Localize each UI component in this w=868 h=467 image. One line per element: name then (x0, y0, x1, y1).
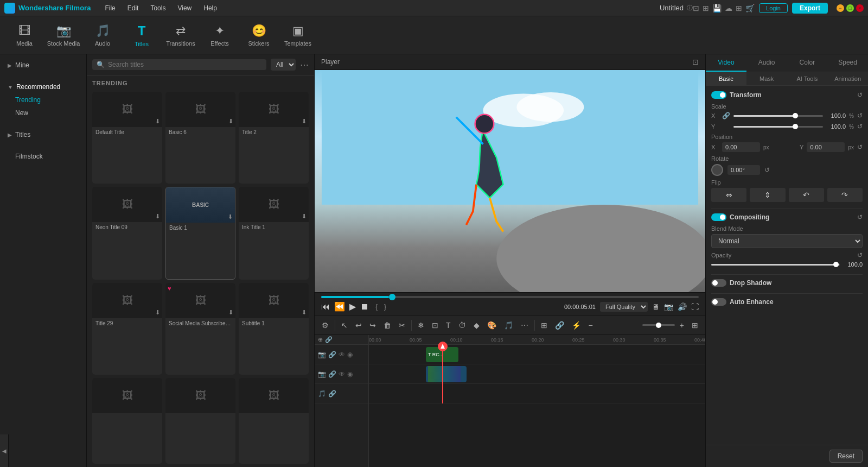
cloud-icon[interactable]: ☁ (725, 4, 732, 12)
flip-vertical-button[interactable]: ⇕ (750, 188, 785, 202)
tl-cut-icon[interactable]: ✂ (396, 319, 408, 331)
tl-cursor-icon[interactable]: ↖ (339, 319, 350, 331)
volume-icon[interactable]: 🔊 (678, 302, 687, 311)
title-card-3[interactable]: 🖼 ⬇ Title 2 (239, 92, 309, 184)
tl-cam-icon-text[interactable]: 📷 (318, 351, 326, 358)
tl-text-icon[interactable]: T (443, 319, 454, 331)
cart-icon[interactable]: 🛒 (745, 4, 755, 12)
right-subtab-animation[interactable]: Animation (827, 72, 868, 85)
tl-grid-icon[interactable]: ⊞ (689, 319, 701, 331)
rotate-reset[interactable]: ↺ (764, 166, 770, 174)
menu-view[interactable]: View (172, 3, 197, 13)
title-card-7[interactable]: 🖼 ⬇ Title 29 (92, 283, 162, 375)
title-card-1[interactable]: 🖼 ⬇ Default Title (92, 92, 162, 184)
menu-edit[interactable]: Edit (122, 3, 144, 13)
collapse-left-panel[interactable]: ◀ (0, 434, 9, 467)
tl-cam-icon-video[interactable]: 📷 (318, 370, 326, 378)
tl-link-toggle[interactable]: 🔗 (325, 336, 333, 343)
pos-y-input[interactable] (807, 142, 845, 152)
reset-button[interactable]: Reset (829, 450, 863, 463)
right-tab-color[interactable]: Color (787, 54, 828, 72)
tl-undo-icon[interactable]: ↩ (353, 319, 365, 331)
title-card-12[interactable]: 🖼 (239, 378, 309, 464)
opacity-slider[interactable] (711, 264, 840, 266)
pos-x-input[interactable] (722, 142, 760, 152)
minimize-button[interactable]: − (837, 4, 844, 12)
filter-dropdown[interactable]: All (271, 59, 296, 71)
right-subtab-ai-tools[interactable]: AI Tools (787, 72, 828, 85)
export-button[interactable]: Export (792, 3, 828, 14)
compositing-reset-icon[interactable]: ↺ (857, 213, 863, 221)
title-card-11[interactable]: 🖼 (165, 378, 235, 464)
tl-plus-icon[interactable]: + (677, 319, 687, 331)
menu-file[interactable]: File (99, 3, 120, 13)
menu-help[interactable]: Help (198, 3, 222, 13)
fullscreen-icon[interactable]: ⊡ (693, 4, 699, 12)
rotate-dial[interactable] (711, 164, 723, 176)
tool-media[interactable]: 🎞 Media (5, 18, 43, 52)
flip-cw-button[interactable]: ↷ (827, 188, 863, 202)
pos-reset[interactable]: ↺ (857, 143, 863, 151)
play-button[interactable]: ▶ (349, 301, 356, 312)
title-card-4[interactable]: 🖼 ⬇ Neon Title 09 (92, 187, 162, 280)
tl-speed-icon[interactable]: ⏱ (456, 319, 469, 331)
tl-audio-icon[interactable]: 🎵 (501, 319, 516, 331)
tl-music-icon-audio[interactable]: 🎵 (318, 390, 326, 397)
title-card-10[interactable]: 🖼 (92, 378, 162, 464)
tl-video-clip[interactable] (426, 366, 467, 382)
tl-keyframe-icon[interactable]: ◆ (471, 319, 482, 331)
maximize-button[interactable]: □ (846, 4, 854, 12)
rotate-input[interactable] (727, 165, 760, 175)
quality-select[interactable]: Full Quality 1/2 1/4 (600, 302, 648, 312)
right-subtab-mask[interactable]: Mask (746, 72, 787, 85)
monitor-icon[interactable]: 🖥 (652, 302, 660, 311)
restore-icon[interactable]: ⊞ (703, 4, 709, 12)
tl-delete-icon[interactable]: 🗑 (381, 319, 394, 331)
left-item-titles[interactable]: ▶ Titles (3, 128, 83, 141)
right-tab-audio[interactable]: Audio (746, 54, 787, 72)
tl-eye-icon-text[interactable]: 👁 (339, 351, 345, 358)
tl-eye-icon-video[interactable]: 👁 (339, 370, 345, 378)
left-item-mine[interactable]: ▶ Mine (3, 59, 83, 72)
player-expand-icon[interactable]: ⊡ (692, 58, 699, 66)
tl-vis-icon-video[interactable]: ◉ (347, 370, 353, 378)
zoom-slider[interactable] (642, 324, 675, 326)
tool-titles[interactable]: T Titles (123, 18, 161, 52)
title-card-6[interactable]: 🖼 ⬇ Ink Title 1 (239, 187, 309, 280)
flip-ccw-button[interactable]: ↶ (789, 188, 824, 202)
progress-bar[interactable] (321, 296, 699, 298)
title-card-2[interactable]: 🖼 ⬇ Basic 6 (165, 92, 235, 184)
tl-link-icon-video[interactable]: 🔗 (328, 370, 336, 378)
bracket-left[interactable]: { (375, 303, 378, 311)
bracket-right[interactable]: } (384, 303, 386, 311)
tool-stock-media[interactable]: 📷 Stock Media (44, 18, 82, 52)
title-card-8[interactable]: ♥ 🖼 ⬇ Social Media Subscribe Pack... (165, 283, 235, 375)
blend-mode-select[interactable]: Normal Dissolve Darken Multiply Screen O… (711, 234, 863, 248)
dropshadow-toggle[interactable] (711, 279, 726, 287)
grid-icon[interactable]: ⊞ (736, 4, 742, 12)
search-input[interactable] (108, 61, 262, 68)
tool-audio[interactable]: 🎵 Audio (84, 18, 122, 52)
tl-settings-icon[interactable]: ⚙ (319, 319, 331, 331)
tl-playhead[interactable] (442, 345, 443, 403)
rewind-button[interactable]: ⏮ (321, 302, 330, 312)
left-item-filmstock[interactable]: Filmstock (3, 150, 83, 163)
right-tab-speed[interactable]: Speed (827, 54, 868, 72)
prev-frame-button[interactable]: ⏪ (334, 301, 345, 312)
scale-x-slider[interactable] (733, 115, 823, 117)
login-button[interactable]: Login (759, 3, 788, 13)
transform-reset-icon[interactable]: ↺ (857, 91, 863, 99)
title-card-9[interactable]: 🖼 ⬇ Subtitle 1 (239, 283, 309, 375)
more-options-icon[interactable]: ⋯ (300, 60, 309, 70)
save-icon[interactable]: 💾 (712, 4, 722, 12)
right-tab-video[interactable]: Video (706, 54, 746, 72)
right-subtab-basic[interactable]: Basic (706, 72, 746, 85)
autoenhance-toggle[interactable] (711, 298, 726, 306)
left-subitem-new[interactable]: New (3, 106, 83, 119)
transform-toggle[interactable] (711, 91, 726, 99)
title-card-5[interactable]: BASIC ⬇ Basic 1 (165, 187, 235, 280)
tl-color-icon[interactable]: 🎨 (484, 319, 499, 331)
tl-vis-icon-text[interactable]: ◉ (347, 351, 353, 358)
tool-transitions[interactable]: ⇄ Transitions (162, 18, 200, 52)
tl-more-icon[interactable]: ⋯ (518, 319, 531, 331)
